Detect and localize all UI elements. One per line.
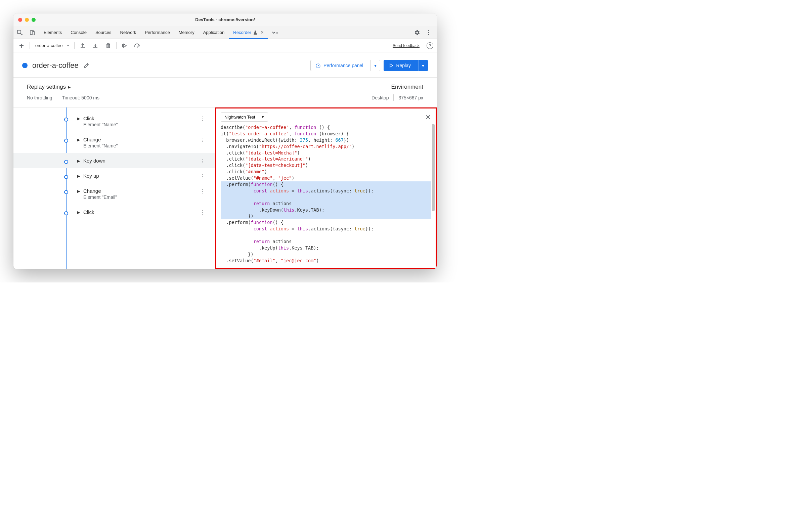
svg-point-7 [137, 46, 138, 47]
chevron-down-icon: ▼ [261, 115, 265, 119]
tab-sources[interactable]: Sources [91, 26, 116, 39]
step-row[interactable]: ▶Key down⋮ [14, 153, 215, 168]
timeout-value: Timeout: 5000 ms [62, 95, 99, 100]
expand-icon[interactable]: ▶ [77, 138, 80, 142]
divider [74, 42, 74, 49]
step-title: Change [83, 137, 118, 142]
export-format-dropdown[interactable]: Nightwatch Test ▼ [221, 113, 268, 121]
tab-console[interactable]: Console [66, 26, 91, 39]
steps-pane: ▶ClickElement "Name"⋮▶ChangeElement "Nam… [14, 108, 215, 269]
env-device: Desktop [371, 95, 389, 100]
step-menu-icon[interactable]: ⋮ [200, 137, 205, 143]
window-title: DevTools - chrome://version/ [14, 17, 437, 22]
expand-icon[interactable]: ▶ [77, 117, 80, 121]
titlebar: DevTools - chrome://version/ [14, 14, 437, 26]
step-over-icon[interactable] [133, 41, 142, 50]
step-menu-icon[interactable]: ⋮ [200, 158, 205, 164]
svg-point-5 [428, 34, 429, 35]
close-icon[interactable]: ✕ [425, 113, 431, 121]
divider [423, 42, 423, 49]
replay-settings-row: Replay settings ▶ No throttling Timeout:… [14, 77, 437, 108]
dropdown-label: Nightwatch Test [224, 115, 255, 120]
step-title: Key up [83, 173, 99, 179]
step-subtext: Element "Email" [83, 194, 117, 200]
export-icon[interactable] [78, 41, 87, 50]
divider [393, 94, 394, 101]
devtools-tabbar: ElementsConsoleSourcesNetworkPerformance… [14, 26, 437, 39]
chevron-down-icon: ▾ [67, 44, 69, 47]
tab-elements[interactable]: Elements [39, 26, 66, 39]
divider [29, 42, 30, 49]
replay-button[interactable]: Replay ▾ [384, 60, 428, 71]
step-dot-icon [64, 160, 68, 164]
step-menu-icon[interactable]: ⋮ [200, 116, 205, 122]
expand-icon[interactable]: ▶ [77, 159, 80, 163]
step-title: Click [83, 209, 94, 215]
step-dot-icon [64, 118, 68, 121]
step-row[interactable]: ▶ChangeElement "Email"⋮ [14, 183, 215, 205]
device-toggle-icon[interactable] [26, 26, 39, 39]
chevron-down-icon[interactable]: ▾ [370, 60, 380, 71]
step-title: Click [83, 116, 118, 121]
kebab-menu-icon[interactable] [424, 28, 433, 37]
step-dot-icon [64, 175, 68, 179]
throttling-value: No throttling [27, 95, 52, 100]
replay-settings-heading[interactable]: Replay settings ▶ [27, 84, 99, 90]
send-feedback-link[interactable]: Send feedback [393, 43, 419, 48]
environment-heading: Environment [371, 84, 423, 90]
chevron-down-icon[interactable]: ▾ [418, 60, 427, 71]
devtools-window: DevTools - chrome://version/ ElementsCon… [14, 14, 437, 269]
tab-network[interactable]: Network [116, 26, 141, 39]
code-block[interactable]: describe("order-a-coffee", function () {… [221, 124, 431, 264]
add-recording-button[interactable] [17, 41, 26, 50]
recording-selector[interactable]: order-a-coffee ▾ [33, 43, 71, 48]
svg-rect-6 [122, 44, 123, 47]
code-export-pane: Nightwatch Test ▼ ✕ describe("order-a-co… [215, 108, 437, 269]
tab-memory[interactable]: Memory [174, 26, 199, 39]
experiment-icon [253, 30, 257, 35]
tab-performance[interactable]: Performance [140, 26, 174, 39]
close-tab-icon[interactable]: × [261, 29, 264, 36]
step-row[interactable]: ▶Key up⋮ [14, 168, 215, 183]
replay-button-label: Replay [396, 63, 411, 68]
step-row[interactable]: ▶ClickElement "Name"⋮ [14, 111, 215, 132]
step-dot-icon [64, 190, 68, 194]
performance-panel-button[interactable]: Performance panel ▾ [310, 60, 380, 71]
svg-point-4 [428, 32, 429, 33]
expand-icon[interactable]: ▶ [77, 210, 80, 215]
step-row[interactable]: ▶ChangeElement "Name"⋮ [14, 132, 215, 153]
divider [116, 42, 117, 49]
settings-icon[interactable] [413, 28, 422, 37]
step-menu-icon[interactable]: ⋮ [200, 209, 205, 216]
recorder-toolbar: order-a-coffee ▾ Send feedback ? [14, 39, 437, 52]
step-menu-icon[interactable]: ⋮ [200, 173, 205, 179]
recorder-content: ▶ClickElement "Name"⋮▶ChangeElement "Nam… [14, 108, 437, 269]
step-dot-icon [64, 211, 68, 215]
expand-icon[interactable]: ▶ [77, 174, 80, 178]
step-title: Change [83, 188, 117, 194]
help-icon[interactable]: ? [426, 42, 433, 49]
delete-icon[interactable] [103, 41, 113, 50]
tab-application[interactable]: Application [199, 26, 229, 39]
recording-header: order-a-coffee Performance panel ▾ Repla… [14, 52, 437, 77]
step-title: Key down [83, 158, 106, 164]
edit-icon[interactable] [83, 63, 89, 69]
scrollbar[interactable] [432, 124, 435, 211]
svg-point-3 [428, 30, 429, 31]
step-menu-icon[interactable]: ⋮ [200, 188, 205, 194]
step-subtext: Element "Name" [83, 143, 118, 148]
status-dot-icon [22, 63, 27, 68]
recording-title: order-a-coffee [32, 61, 78, 70]
inspect-icon[interactable] [14, 26, 26, 39]
env-size: 375×667 px [398, 95, 423, 100]
chevron-right-icon: ▶ [68, 85, 71, 89]
more-tabs-icon[interactable]: » [268, 26, 281, 39]
step-subtext: Element "Name" [83, 122, 118, 127]
tab-recorder[interactable]: Recorder× [229, 26, 268, 39]
expand-icon[interactable]: ▶ [77, 189, 80, 193]
recording-name: order-a-coffee [35, 43, 63, 48]
import-icon[interactable] [91, 41, 100, 50]
step-button[interactable] [120, 41, 129, 50]
step-row[interactable]: ▶Click⋮ [14, 205, 215, 219]
perf-button-label: Performance panel [323, 63, 363, 68]
